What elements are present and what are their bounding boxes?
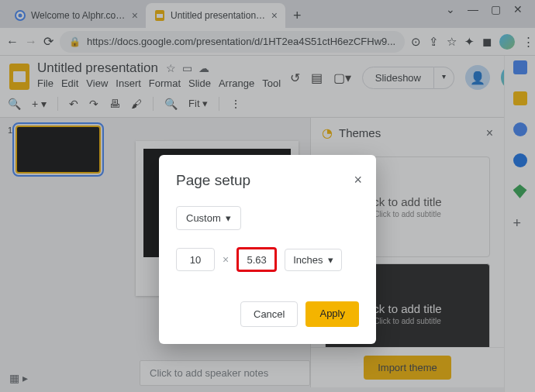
preset-dropdown[interactable]: Custom ▾: [176, 206, 241, 230]
chevron-down-icon: ▾: [226, 212, 231, 224]
close-icon[interactable]: ×: [354, 172, 362, 188]
apply-button[interactable]: Apply: [305, 301, 359, 327]
page-setup-dialog: Page setup × Custom ▾ × Inches ▾ Cancel …: [159, 155, 376, 344]
preset-label: Custom: [186, 212, 221, 224]
cancel-button[interactable]: Cancel: [240, 301, 298, 327]
dialog-title: Page setup: [176, 172, 359, 189]
multiply-icon: ×: [223, 253, 229, 266]
width-input[interactable]: [176, 248, 215, 271]
chevron-down-icon: ▾: [328, 254, 333, 266]
unit-dropdown[interactable]: Inches ▾: [285, 249, 341, 271]
height-input[interactable]: [236, 247, 277, 272]
unit-label: Inches: [293, 254, 323, 266]
